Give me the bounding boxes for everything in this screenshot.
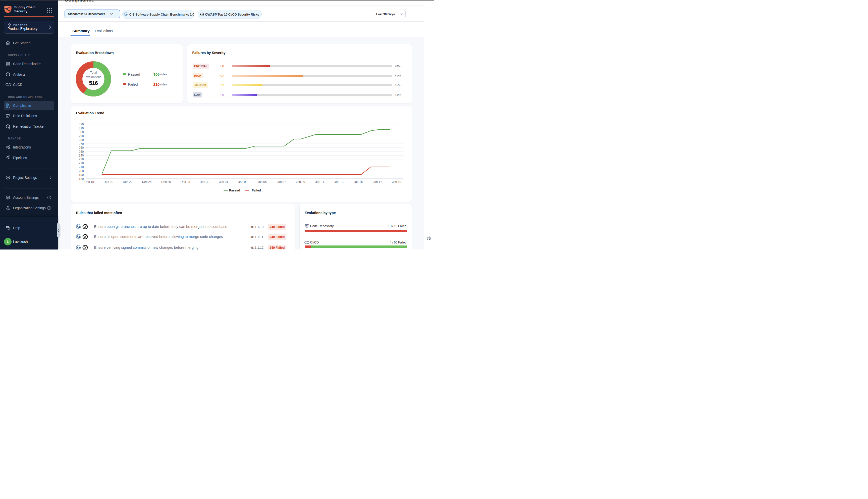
svg-text:Dec 18: Dec 18 <box>84 180 94 184</box>
svg-text:260: 260 <box>78 146 84 149</box>
svg-text:Jan 07: Jan 07 <box>277 180 286 184</box>
svg-text:310: 310 <box>78 126 84 130</box>
svg-text:200: 200 <box>78 169 84 173</box>
svg-text:Jan 15: Jan 15 <box>354 180 363 184</box>
svg-text:240: 240 <box>78 154 84 157</box>
svg-text:CIS: CIS <box>125 14 127 15</box>
svg-text:300: 300 <box>78 130 84 134</box>
svg-text:Jan 19: Jan 19 <box>392 180 401 184</box>
svg-text:Jan 17: Jan 17 <box>373 180 382 184</box>
svg-text:Jan 09: Jan 09 <box>296 180 305 184</box>
svg-text:210: 210 <box>78 165 84 169</box>
svg-text:180: 180 <box>78 177 84 180</box>
svg-text:Failed: Failed <box>252 189 261 192</box>
svg-text:Passed: Passed <box>229 189 240 192</box>
svg-text:270: 270 <box>78 142 84 145</box>
svg-text:Jan 03: Jan 03 <box>238 180 247 184</box>
svg-text:Jan 13: Jan 13 <box>334 180 343 184</box>
svg-text:230: 230 <box>78 158 84 161</box>
svg-text:Jan 11: Jan 11 <box>315 180 324 184</box>
svg-text:250: 250 <box>78 150 84 153</box>
svg-text:?: ? <box>7 226 8 228</box>
svg-text:CIS: CIS <box>77 246 81 249</box>
svg-text:290: 290 <box>78 134 84 138</box>
svg-text:Dec 30: Dec 30 <box>200 180 209 184</box>
svg-text:Dec 28: Dec 28 <box>180 180 190 184</box>
svg-text:Jan 01: Jan 01 <box>219 180 228 184</box>
svg-text:CIS: CIS <box>77 226 81 228</box>
svg-text:Dec 22: Dec 22 <box>123 180 132 184</box>
svg-text:Dec 24: Dec 24 <box>142 180 151 184</box>
svg-text:220: 220 <box>78 161 84 165</box>
svg-text:190: 190 <box>78 173 84 177</box>
svg-text:Dec 26: Dec 26 <box>161 180 171 184</box>
svg-text:Jan 05: Jan 05 <box>258 180 266 184</box>
svg-text:CIS: CIS <box>77 236 81 238</box>
svg-text:Dec 20: Dec 20 <box>103 180 113 184</box>
svg-text:280: 280 <box>78 138 84 142</box>
svg-text:320: 320 <box>78 123 84 126</box>
